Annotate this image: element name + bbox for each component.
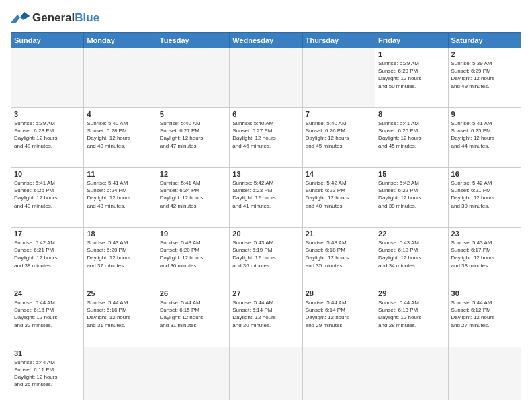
day-info: Sunrise: 5:44 AM Sunset: 6:15 PM Dayligh… [160, 299, 226, 329]
day-info: Sunrise: 5:44 AM Sunset: 6:14 PM Dayligh… [232, 299, 299, 329]
calendar-cell: 28Sunrise: 5:44 AM Sunset: 6:14 PM Dayli… [302, 287, 375, 347]
calendar-cell: 18Sunrise: 5:43 AM Sunset: 6:20 PM Dayli… [84, 227, 157, 287]
day-info: Sunrise: 5:43 AM Sunset: 6:20 PM Dayligh… [160, 239, 226, 269]
col-saturday: Saturday [448, 33, 521, 48]
day-number: 12 [160, 170, 226, 178]
day-info: Sunrise: 5:43 AM Sunset: 6:17 PM Dayligh… [451, 239, 518, 269]
calendar-cell [157, 48, 229, 108]
calendar-cell: 22Sunrise: 5:43 AM Sunset: 6:18 PM Dayli… [375, 227, 448, 287]
calendar-cell: 23Sunrise: 5:43 AM Sunset: 6:17 PM Dayli… [448, 227, 521, 287]
day-info: Sunrise: 5:44 AM Sunset: 6:14 PM Dayligh… [306, 299, 372, 329]
day-info: Sunrise: 5:39 AM Sunset: 6:28 PM Dayligh… [14, 120, 81, 150]
calendar-week-row: 31Sunrise: 5:44 AM Sunset: 6:11 PM Dayli… [11, 347, 521, 400]
calendar-cell: 9Sunrise: 5:41 AM Sunset: 6:25 PM Daylig… [448, 107, 521, 167]
day-info: Sunrise: 5:44 AM Sunset: 6:12 PM Dayligh… [451, 299, 518, 329]
day-info: Sunrise: 5:43 AM Sunset: 6:20 PM Dayligh… [87, 239, 153, 269]
calendar-cell: 25Sunrise: 5:44 AM Sunset: 6:16 PM Dayli… [84, 287, 157, 347]
day-number: 25 [87, 289, 153, 298]
calendar-cell: 31Sunrise: 5:44 AM Sunset: 6:11 PM Dayli… [11, 347, 84, 400]
col-wednesday: Wednesday [230, 33, 302, 48]
col-friday: Friday [375, 33, 448, 48]
day-number: 16 [451, 170, 518, 178]
calendar-table: Sunday Monday Tuesday Wednesday Thursday… [11, 32, 521, 400]
calendar-cell: 24Sunrise: 5:44 AM Sunset: 6:16 PM Dayli… [11, 287, 84, 347]
day-number: 13 [232, 170, 299, 178]
day-number: 24 [14, 289, 81, 298]
day-number: 29 [378, 289, 445, 298]
calendar-cell: 4Sunrise: 5:40 AM Sunset: 6:28 PM Daylig… [84, 107, 157, 167]
calendar-cell: 21Sunrise: 5:43 AM Sunset: 6:18 PM Dayli… [302, 227, 375, 287]
day-number: 1 [378, 50, 445, 58]
calendar-cell [84, 347, 157, 400]
day-number: 10 [14, 170, 81, 178]
calendar-cell: 1Sunrise: 5:39 AM Sunset: 6:29 PM Daylig… [375, 48, 448, 108]
calendar-cell: 30Sunrise: 5:44 AM Sunset: 6:12 PM Dayli… [448, 287, 521, 347]
day-number: 4 [87, 110, 153, 118]
calendar-cell: 26Sunrise: 5:44 AM Sunset: 6:15 PM Dayli… [157, 287, 229, 347]
day-info: Sunrise: 5:44 AM Sunset: 6:16 PM Dayligh… [14, 299, 81, 329]
logo-text: General [32, 11, 75, 24]
col-sunday: Sunday [11, 33, 84, 48]
day-number: 30 [451, 289, 518, 298]
day-info: Sunrise: 5:42 AM Sunset: 6:23 PM Dayligh… [306, 179, 372, 210]
day-info: Sunrise: 5:42 AM Sunset: 6:21 PM Dayligh… [14, 239, 81, 269]
calendar-cell [448, 347, 521, 400]
calendar-header-row: Sunday Monday Tuesday Wednesday Thursday… [11, 33, 521, 48]
day-info: Sunrise: 5:44 AM Sunset: 6:16 PM Dayligh… [87, 299, 153, 329]
day-number: 31 [14, 349, 81, 357]
day-number: 6 [232, 110, 299, 118]
day-info: Sunrise: 5:41 AM Sunset: 6:24 PM Dayligh… [87, 179, 153, 210]
calendar-cell [84, 48, 157, 108]
calendar-cell: 6Sunrise: 5:40 AM Sunset: 6:27 PM Daylig… [230, 107, 302, 167]
day-info: Sunrise: 5:41 AM Sunset: 6:25 PM Dayligh… [451, 120, 518, 150]
svg-marker-1 [20, 12, 30, 19]
day-number: 26 [160, 289, 226, 298]
day-number: 2 [451, 50, 518, 58]
calendar-cell: 14Sunrise: 5:42 AM Sunset: 6:23 PM Dayli… [302, 167, 375, 227]
calendar-cell: 3Sunrise: 5:39 AM Sunset: 6:28 PM Daylig… [11, 107, 84, 167]
day-number: 22 [378, 230, 445, 238]
day-info: Sunrise: 5:40 AM Sunset: 6:26 PM Dayligh… [306, 120, 372, 150]
day-info: Sunrise: 5:41 AM Sunset: 6:24 PM Dayligh… [160, 179, 226, 210]
calendar-week-row: 17Sunrise: 5:42 AM Sunset: 6:21 PM Dayli… [11, 227, 521, 287]
logo: GeneralBlue [11, 11, 99, 26]
day-number: 7 [306, 110, 372, 118]
day-number: 23 [451, 230, 518, 238]
day-info: Sunrise: 5:43 AM Sunset: 6:18 PM Dayligh… [306, 239, 372, 269]
day-info: Sunrise: 5:40 AM Sunset: 6:27 PM Dayligh… [160, 120, 226, 150]
calendar-cell: 17Sunrise: 5:42 AM Sunset: 6:21 PM Dayli… [11, 227, 84, 287]
calendar-week-row: 3Sunrise: 5:39 AM Sunset: 6:28 PM Daylig… [11, 107, 521, 167]
day-info: Sunrise: 5:41 AM Sunset: 6:25 PM Dayligh… [14, 179, 81, 210]
logo-icon [11, 11, 30, 26]
calendar-cell: 12Sunrise: 5:41 AM Sunset: 6:24 PM Dayli… [157, 167, 229, 227]
calendar-cell: 15Sunrise: 5:42 AM Sunset: 6:22 PM Dayli… [375, 167, 448, 227]
calendar-cell: 13Sunrise: 5:42 AM Sunset: 6:23 PM Dayli… [230, 167, 302, 227]
calendar-cell: 11Sunrise: 5:41 AM Sunset: 6:24 PM Dayli… [84, 167, 157, 227]
day-number: 15 [378, 170, 445, 178]
calendar-cell: 20Sunrise: 5:43 AM Sunset: 6:19 PM Dayli… [230, 227, 302, 287]
calendar-cell: 8Sunrise: 5:41 AM Sunset: 6:26 PM Daylig… [375, 107, 448, 167]
calendar-cell: 2Sunrise: 5:39 AM Sunset: 6:29 PM Daylig… [448, 48, 521, 108]
day-number: 3 [14, 110, 81, 118]
calendar-cell [375, 347, 448, 400]
calendar-cell: 16Sunrise: 5:42 AM Sunset: 6:21 PM Dayli… [448, 167, 521, 227]
calendar-cell: 19Sunrise: 5:43 AM Sunset: 6:20 PM Dayli… [157, 227, 229, 287]
day-number: 27 [232, 289, 299, 298]
day-info: Sunrise: 5:39 AM Sunset: 6:29 PM Dayligh… [451, 60, 518, 90]
calendar-cell [11, 48, 84, 108]
day-number: 21 [306, 230, 372, 238]
day-number: 9 [451, 110, 518, 118]
day-info: Sunrise: 5:40 AM Sunset: 6:28 PM Dayligh… [87, 120, 153, 150]
day-info: Sunrise: 5:42 AM Sunset: 6:23 PM Dayligh… [232, 179, 299, 210]
logo-blue-text: Blue [75, 11, 99, 24]
col-monday: Monday [84, 33, 157, 48]
col-thursday: Thursday [302, 33, 375, 48]
day-info: Sunrise: 5:40 AM Sunset: 6:27 PM Dayligh… [232, 120, 299, 150]
day-info: Sunrise: 5:41 AM Sunset: 6:26 PM Dayligh… [378, 120, 445, 150]
day-info: Sunrise: 5:42 AM Sunset: 6:21 PM Dayligh… [451, 179, 518, 210]
col-tuesday: Tuesday [157, 33, 229, 48]
calendar-cell [230, 347, 302, 400]
day-number: 5 [160, 110, 226, 118]
day-info: Sunrise: 5:44 AM Sunset: 6:11 PM Dayligh… [14, 359, 81, 389]
calendar-cell [230, 48, 302, 108]
